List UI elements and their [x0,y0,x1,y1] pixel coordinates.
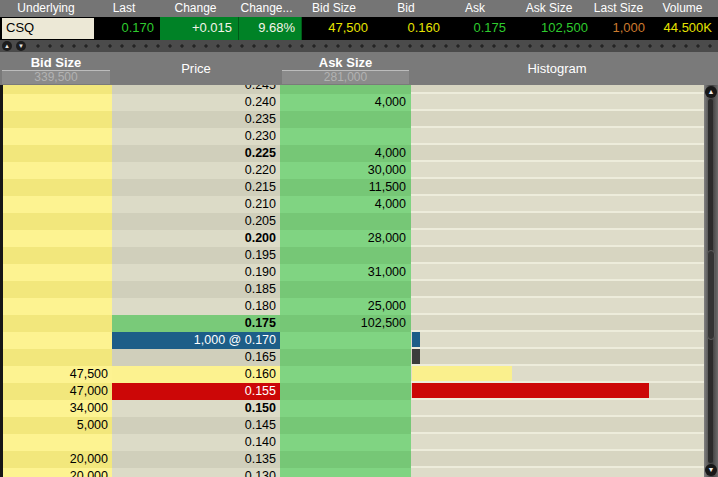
bid-size-cell[interactable] [3,196,112,213]
ladder-row[interactable]: 0.220 30,000 [3,162,718,179]
price-cell[interactable]: 0.145 [112,417,280,434]
price-cell[interactable]: 0.235 [112,111,280,128]
column-header-bid-size[interactable]: Bid Size [0,55,112,70]
ask-size-cell[interactable]: 4,000 [280,145,411,162]
bid-size-cell[interactable] [3,264,112,281]
ladder-row[interactable]: 0.205 [3,213,718,230]
ladder-row[interactable]: 0.195 [3,247,718,264]
ladder-row[interactable]: 0.200 28,000 [3,230,718,247]
bid-size-cell[interactable] [3,315,112,332]
price-cell[interactable]: 0.195 [112,247,280,264]
ask-size-cell[interactable] [280,85,411,94]
ask-size-cell[interactable] [280,417,411,434]
bid-size-cell[interactable]: 47,000 [3,383,112,400]
collapse-up-button[interactable]: ▲ [2,41,12,51]
bid-size-cell[interactable]: 34,000 [3,400,112,417]
ladder-row[interactable]: 0.190 31,000 [3,264,718,281]
price-cell[interactable]: 0.175 [112,315,280,332]
ask-size-cell[interactable] [280,349,411,366]
price-cell[interactable]: 0.200 [112,230,280,247]
ask-size-cell[interactable] [280,128,411,145]
panel-divider[interactable]: ▲ ▼ [0,40,718,52]
ask-size-cell[interactable] [280,451,411,468]
bid-size-cell[interactable]: 20,000 [3,451,112,468]
price-cell[interactable]: 0.165 [112,349,280,366]
ladder-row[interactable]: 0.240 4,000 [3,94,718,111]
column-header-ask-size[interactable]: Ask Size [280,55,411,70]
bid-size-cell[interactable] [3,162,112,179]
price-cell[interactable]: 0.230 [112,128,280,145]
ask-size-cell[interactable] [280,383,411,400]
price-cell[interactable]: 0.190 [112,264,280,281]
ladder-row[interactable]: 0.235 [3,111,718,128]
price-cell[interactable]: 0.215 [112,179,280,196]
price-cell[interactable]: 0.140 [112,434,280,451]
quote-row[interactable]: CSQ 0.170 +0.015 9.68% 47,500 0.160 0.17… [0,17,718,40]
bid-size-cell[interactable] [3,145,112,162]
bid-size-cell[interactable] [3,281,112,298]
scroll-up-icon[interactable]: ▲ [705,86,717,98]
price-cell[interactable]: 0.185 [112,281,280,298]
ask-size-cell[interactable] [280,332,411,349]
ladder-row[interactable]: 5,000 0.145 [3,417,718,434]
ask-size-cell[interactable]: 28,000 [280,230,411,247]
ladder-row-last-trade[interactable]: 1,000 @ 0.170 [3,332,718,349]
ladder-row[interactable]: 0.215 11,500 [3,179,718,196]
price-cell[interactable]: 0.225 [112,145,280,162]
ask-size-cell[interactable]: 25,000 [280,298,411,315]
price-cell[interactable]: 0.205 [112,213,280,230]
bid-size-cell[interactable] [3,332,112,349]
bid-size-cell[interactable] [3,85,112,94]
ladder-row[interactable]: 34,000 0.150 [3,400,718,417]
ladder-row[interactable]: 0.140 [3,434,718,451]
ask-size-cell[interactable]: 31,000 [280,264,411,281]
price-cell[interactable]: 0.245 [112,85,280,94]
price-cell[interactable]: 0.155 [112,383,280,400]
scrollbar-thumb[interactable] [707,250,715,340]
ask-size-cell[interactable] [280,434,411,451]
scroll-down-icon[interactable]: ▼ [705,464,717,476]
ladder-row[interactable]: 0.245 [3,85,718,94]
bid-size-cell[interactable] [3,230,112,247]
price-cell[interactable]: 0.160 [112,366,280,383]
ladder-row-best-ask[interactable]: 0.175 102,500 [3,315,718,332]
ladder-row[interactable]: 0.225 4,000 [3,145,718,162]
ladder-row[interactable]: 20,000 0.135 [3,451,718,468]
bid-size-cell[interactable] [3,298,112,315]
ladder-row[interactable]: 0.230 [3,128,718,145]
price-cell[interactable]: 0.150 [112,400,280,417]
price-cell[interactable]: 0.210 [112,196,280,213]
ladder-row[interactable]: 0.185 [3,281,718,298]
ask-size-cell[interactable]: 4,000 [280,196,411,213]
ask-size-cell[interactable] [280,400,411,417]
vertical-scrollbar[interactable]: ▲ ▼ [704,85,718,477]
ladder-row-best-bid[interactable]: 47,500 0.160 [3,366,718,383]
ask-size-cell[interactable] [280,281,411,298]
ladder-row-sell-order[interactable]: 47,000 0.155 [3,383,718,400]
bid-size-cell[interactable]: 20,000 [3,468,112,477]
ask-size-cell[interactable] [280,213,411,230]
price-cell[interactable]: 0.180 [112,298,280,315]
bid-size-cell[interactable] [3,349,112,366]
bid-size-cell[interactable] [3,434,112,451]
ask-size-cell[interactable]: 30,000 [280,162,411,179]
last-trade-cell[interactable]: 1,000 @ 0.170 [112,332,280,349]
price-cell[interactable]: 0.135 [112,451,280,468]
ask-size-cell[interactable] [280,247,411,264]
ask-size-cell[interactable]: 11,500 [280,179,411,196]
bid-size-cell[interactable]: 47,500 [3,366,112,383]
column-header-histogram[interactable]: Histogram [411,61,703,76]
bid-size-cell[interactable] [3,213,112,230]
ask-size-cell[interactable] [280,111,411,128]
ladder-row[interactable]: 0.165 [3,349,718,366]
price-cell[interactable]: 0.130 [112,468,280,477]
ask-size-cell[interactable] [280,468,411,477]
bid-size-cell[interactable] [3,94,112,111]
ladder-row[interactable]: 20,000 0.130 [3,468,718,477]
bid-size-cell[interactable] [3,179,112,196]
ladder-row[interactable]: 0.180 25,000 [3,298,718,315]
ask-size-cell[interactable]: 102,500 [280,315,411,332]
ask-size-cell[interactable]: 4,000 [280,94,411,111]
bid-size-cell[interactable] [3,128,112,145]
bid-size-cell[interactable]: 5,000 [3,417,112,434]
